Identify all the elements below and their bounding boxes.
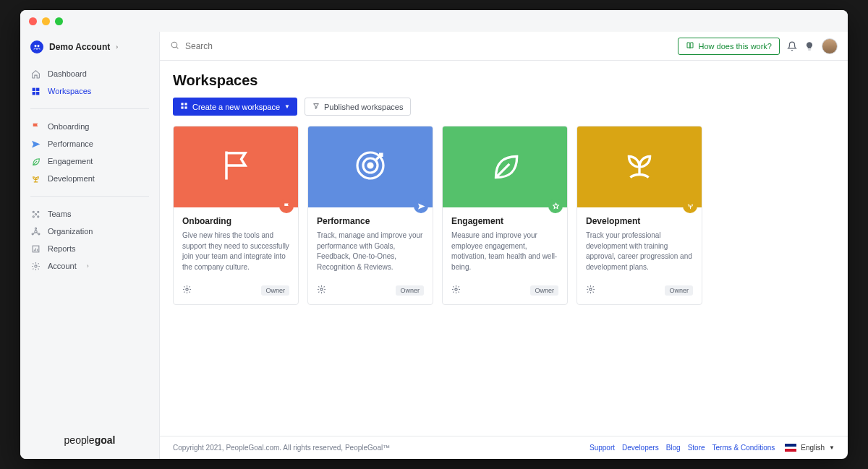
workspace-title: Engagement (451, 216, 558, 226)
published-workspaces-button[interactable]: Published workspaces (305, 98, 411, 116)
teams-icon (30, 209, 41, 219)
sidebar-item-dashboard[interactable]: Dashboard (20, 65, 159, 82)
caret-down-icon: ▼ (284, 103, 290, 110)
hint-icon[interactable] (804, 41, 814, 51)
search-field[interactable] (170, 40, 671, 53)
svg-point-14 (38, 233, 39, 234)
sidebar-item-workspaces[interactable]: Workspaces (20, 82, 159, 100)
svg-rect-19 (184, 103, 187, 105)
reports-icon (30, 244, 41, 254)
svg-rect-4 (32, 92, 35, 95)
role-badge: Owner (261, 285, 289, 296)
account-logo-icon (30, 40, 43, 53)
svg-rect-3 (36, 87, 39, 90)
flag-badge-icon (279, 199, 294, 213)
brand-logo: peoplegoal (64, 434, 116, 446)
sidebar-item-onboarding[interactable]: Onboarding (20, 118, 159, 135)
svg-point-26 (320, 288, 323, 291)
workspace-hero (443, 126, 567, 207)
home-icon (30, 69, 41, 79)
workspace-description: Track, manage and improve your performan… (317, 231, 424, 272)
svg-rect-20 (181, 106, 183, 108)
window-titlebar (20, 10, 848, 32)
sidebar-item-label: Organization (48, 227, 93, 236)
workspace-card-engagement[interactable]: EngagementMeasure and improve your emplo… (442, 126, 568, 305)
flag-uk-icon (785, 444, 796, 452)
svg-point-6 (33, 211, 34, 212)
svg-point-1 (38, 45, 40, 47)
sidebar-item-development[interactable]: Development (20, 170, 159, 187)
workspace-card-development[interactable]: DevelopmentTrack your professional devel… (576, 126, 702, 305)
svg-rect-18 (181, 103, 183, 105)
footer-link-blog[interactable]: Blog (666, 444, 681, 452)
user-avatar[interactable] (822, 38, 838, 54)
search-input[interactable] (185, 41, 330, 51)
workspace-card-performance[interactable]: PerformanceTrack, manage and improve you… (307, 126, 433, 305)
gear-icon[interactable] (317, 284, 326, 297)
footer-link-developers[interactable]: Developers (622, 444, 659, 452)
window-maximize-button[interactable] (55, 17, 63, 25)
filter-icon (312, 103, 320, 111)
leaf-icon (487, 147, 523, 186)
sidebar-item-label: Dashboard (48, 69, 87, 78)
target-icon (353, 148, 388, 186)
nav-divider (30, 108, 149, 109)
svg-point-7 (37, 211, 38, 212)
window-close-button[interactable] (29, 17, 37, 25)
footer-link-store[interactable]: Store (688, 444, 705, 452)
workspace-description: Measure and improve your employee engage… (451, 231, 558, 272)
grid-icon (30, 86, 41, 96)
sidebar-item-label: Performance (48, 139, 93, 148)
sidebar-item-label: Engagement (48, 157, 93, 165)
svg-point-17 (171, 42, 177, 48)
workspace-description: Track your professional development with… (586, 231, 693, 272)
sprout-badge-icon (683, 199, 697, 213)
sidebar-item-label: Teams (48, 210, 71, 218)
sidebar-item-organization[interactable]: Organization (20, 223, 159, 240)
svg-point-16 (34, 264, 36, 267)
gear-icon[interactable] (182, 284, 192, 297)
svg-point-8 (33, 215, 34, 217)
sidebar-item-label: Account (48, 262, 77, 270)
svg-point-0 (35, 45, 37, 47)
workspace-card-onboarding[interactable]: OnboardingGive new hires the tools and s… (173, 126, 299, 305)
language-switcher[interactable]: English ▼ (785, 444, 835, 452)
notifications-icon[interactable] (787, 41, 797, 51)
sidebar: Demo Account › DashboardWorkspaces Onboa… (20, 32, 160, 459)
gear-icon[interactable] (586, 284, 595, 297)
sidebar-item-label: Development (48, 174, 95, 183)
workspace-hero (174, 126, 298, 207)
workspace-hero (308, 126, 433, 207)
sidebar-item-label: Reports (48, 244, 76, 253)
svg-point-28 (590, 288, 592, 291)
create-workspace-button[interactable]: Create a new workspace ▼ (173, 98, 297, 116)
sidebar-item-account[interactable]: Account› (20, 257, 159, 275)
sidebar-item-label: Onboarding (48, 122, 90, 131)
footer-link-terms-conditions[interactable]: Terms & Conditions (712, 444, 775, 452)
nav-divider (30, 196, 149, 197)
grid-plus-icon (180, 102, 188, 111)
role-badge: Owner (396, 285, 424, 296)
sidebar-item-performance[interactable]: Performance (20, 135, 159, 152)
target-badge-icon (414, 199, 428, 213)
gear-icon[interactable] (451, 284, 461, 297)
sidebar-item-engagement[interactable]: Engagement (20, 152, 159, 170)
workspace-title: Development (586, 216, 693, 226)
account-switcher[interactable]: Demo Account › (20, 32, 159, 61)
search-icon (170, 40, 179, 53)
footer-link-support[interactable]: Support (590, 444, 615, 452)
account-name: Demo Account (49, 42, 110, 52)
sprout-icon (621, 147, 658, 186)
how-does-this-work-button[interactable]: How does this work? (678, 38, 780, 55)
workspace-description: Give new hires the tools and support the… (182, 231, 289, 272)
svg-point-25 (368, 163, 373, 168)
svg-rect-21 (184, 106, 187, 108)
footer: Copyright 2021, PeopleGoal.com. All righ… (160, 436, 848, 459)
flag-icon (217, 147, 255, 187)
copyright-text: Copyright 2021, PeopleGoal.com. All righ… (173, 444, 390, 452)
leaf-icon (30, 156, 41, 166)
sidebar-item-teams[interactable]: Teams (20, 205, 159, 223)
page-title: Workspaces (173, 72, 835, 89)
sidebar-item-reports[interactable]: Reports (20, 240, 159, 257)
window-minimize-button[interactable] (42, 17, 50, 25)
